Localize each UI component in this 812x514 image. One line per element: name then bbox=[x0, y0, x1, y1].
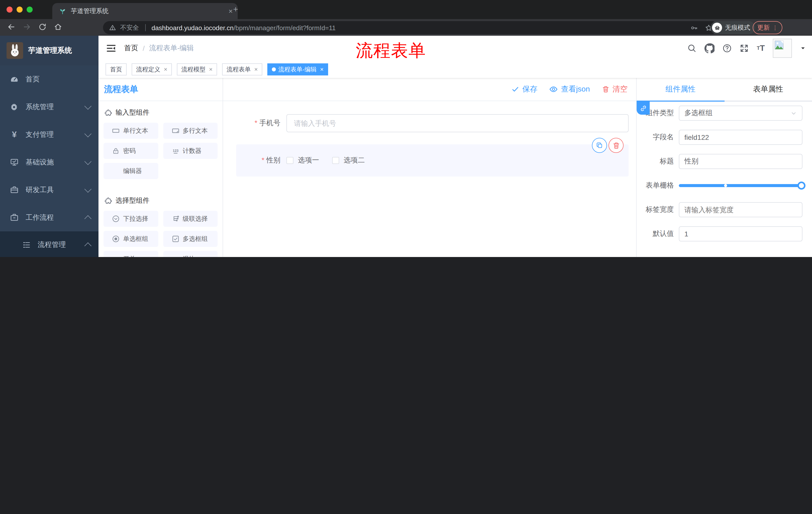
checkbox-label: 选项一 bbox=[298, 156, 319, 165]
checkbox[interactable] bbox=[286, 157, 293, 164]
view-json-button[interactable]: 查看json bbox=[549, 84, 590, 94]
tag-close-icon[interactable]: × bbox=[254, 66, 258, 73]
fullscreen-icon[interactable] bbox=[740, 44, 749, 53]
chevron-down-icon bbox=[790, 110, 797, 116]
tag-close-icon[interactable]: × bbox=[320, 66, 324, 73]
home-icon[interactable] bbox=[54, 23, 62, 31]
sidebar-item[interactable]: 首页 bbox=[0, 65, 98, 93]
palette-item[interactable]: 多行文本 bbox=[163, 123, 218, 139]
palette-item[interactable]: 级联选择 bbox=[163, 211, 218, 227]
browser-tab[interactable]: 芋道管理系统 × bbox=[52, 3, 238, 19]
github-icon[interactable] bbox=[704, 43, 715, 53]
gender-checkbox-2[interactable]: 选项二 bbox=[332, 156, 365, 165]
update-browser-button[interactable]: 更新 ⋮ bbox=[753, 21, 782, 34]
sidebar-item-label: 基础设施 bbox=[26, 158, 85, 167]
palette-item-icon bbox=[112, 235, 120, 243]
tab-close-icon[interactable]: × bbox=[229, 7, 233, 15]
tag-view-tab[interactable]: 流程表单-编辑 × bbox=[267, 63, 328, 76]
title-input[interactable] bbox=[679, 154, 803, 169]
broken-image-icon bbox=[774, 40, 784, 50]
tab-form-props[interactable]: 表单属性 bbox=[724, 78, 812, 101]
canvas-toolbar: 保存 查看json 清空 bbox=[223, 78, 636, 101]
sidebar-item[interactable]: 研发工具 bbox=[0, 176, 98, 204]
back-icon[interactable] bbox=[7, 23, 16, 31]
delete-field-button[interactable] bbox=[609, 138, 624, 153]
copy-field-button[interactable] bbox=[592, 138, 607, 153]
palette-item[interactable]: 编辑器 bbox=[104, 163, 158, 179]
tag-close-icon[interactable]: × bbox=[209, 66, 212, 73]
tag-label: 首页 bbox=[110, 65, 122, 74]
chevron-icon bbox=[84, 130, 91, 137]
palette-item-icon bbox=[172, 255, 179, 257]
component-type-select[interactable]: 多选框组 bbox=[679, 106, 803, 121]
tag-view-tab[interactable]: 流程模型 × bbox=[177, 63, 217, 76]
window-controls[interactable] bbox=[6, 6, 33, 12]
tab-component-props[interactable]: 组件属性 bbox=[637, 78, 724, 101]
sidebar-item[interactable]: 系统管理 bbox=[0, 93, 98, 121]
new-tab-button[interactable]: + bbox=[233, 5, 238, 13]
address-bar[interactable]: 不安全 dashboard.yudao.iocoder.cn/bpm/manag… bbox=[103, 21, 719, 34]
phone-input[interactable] bbox=[286, 114, 629, 132]
sidebar-item-label: 支付管理 bbox=[26, 130, 85, 139]
tag-close-icon[interactable]: × bbox=[164, 66, 167, 73]
gender-checkbox-1[interactable]: 选项一 bbox=[286, 156, 319, 165]
help-icon[interactable] bbox=[723, 44, 732, 53]
incognito-label: 无痕模式 bbox=[725, 23, 750, 32]
sidebar-item-process-management[interactable]: 流程管理 bbox=[0, 231, 98, 257]
hamburger-icon[interactable] bbox=[106, 43, 116, 53]
grid-label: 表单栅格 bbox=[637, 181, 674, 190]
search-icon[interactable] bbox=[687, 44, 696, 53]
checkbox-label: 选项二 bbox=[344, 156, 365, 165]
palette-item-label: 密码 bbox=[123, 146, 136, 155]
palette-item[interactable]: 多选框组 bbox=[163, 231, 218, 247]
update-label: 更新 bbox=[757, 23, 770, 32]
forward-icon[interactable] bbox=[23, 23, 31, 31]
avatar-caret-icon[interactable] bbox=[800, 45, 806, 51]
sidebar-item[interactable]: 基础设施 bbox=[0, 148, 98, 176]
sidebar-item-label: 工作流程 bbox=[26, 213, 85, 222]
checkbox[interactable] bbox=[332, 157, 339, 164]
default-value-input[interactable] bbox=[679, 226, 803, 241]
tag-view-tab[interactable]: 首页 × bbox=[106, 63, 127, 76]
security-label[interactable]: 不安全 bbox=[120, 23, 139, 32]
palette-section-input: 输入型组件 单行文本 多行文本 bbox=[104, 108, 218, 179]
form-grid-slider[interactable] bbox=[679, 178, 802, 193]
close-window-button[interactable] bbox=[6, 6, 12, 12]
tag-view-tab[interactable]: 流程表单 × bbox=[222, 63, 262, 76]
palette-item[interactable]: 123 计数器 bbox=[163, 143, 218, 159]
save-button[interactable]: 保存 bbox=[512, 84, 538, 94]
field-name-input[interactable] bbox=[679, 130, 803, 145]
app-logo[interactable]: 芋道管理系统 bbox=[0, 36, 98, 65]
palette-item-label: 下拉选择 bbox=[123, 215, 148, 223]
divider bbox=[145, 24, 145, 31]
slider-handle[interactable] bbox=[798, 182, 806, 190]
palette-item[interactable]: 密码 bbox=[104, 143, 158, 159]
palette-item[interactable]: 滑块 bbox=[163, 251, 218, 257]
not-secure-icon bbox=[109, 24, 116, 31]
breadcrumb-home[interactable]: 首页 bbox=[124, 44, 138, 53]
reload-icon[interactable] bbox=[38, 23, 47, 31]
palette-item[interactable]: 开关 bbox=[104, 251, 158, 257]
palette-item[interactable]: 单选框组 bbox=[104, 231, 158, 247]
browser-menu-icon[interactable]: ⋮ bbox=[772, 25, 778, 30]
url-text[interactable]: dashboard.yudao.iocoder.cn/bpm/manager/f… bbox=[151, 24, 686, 31]
sidebar-item[interactable]: ¥ 支付管理 bbox=[0, 121, 98, 148]
palette-item[interactable]: 单行文本 bbox=[104, 123, 158, 139]
password-manager-icon[interactable] bbox=[690, 24, 698, 31]
label-width-input[interactable] bbox=[679, 202, 803, 217]
field-phone[interactable]: 手机号 bbox=[236, 114, 629, 132]
avatar[interactable] bbox=[773, 39, 792, 58]
property-tabs: 组件属性 表单属性 bbox=[637, 78, 812, 102]
slider-track[interactable] bbox=[679, 184, 802, 187]
tag-view-tab[interactable]: 流程定义 × bbox=[132, 63, 172, 76]
zoom-window-button[interactable] bbox=[27, 6, 33, 12]
panel-link-handle[interactable] bbox=[637, 102, 650, 115]
sidebar-item-label: 系统管理 bbox=[26, 102, 85, 111]
clear-button[interactable]: 清空 bbox=[602, 84, 628, 94]
sidebar-item[interactable]: 工作流程 bbox=[0, 204, 98, 231]
minimize-window-button[interactable] bbox=[17, 6, 23, 12]
text-size-icon[interactable]: TT bbox=[757, 45, 765, 52]
palette-item[interactable]: 下拉选择 bbox=[104, 211, 158, 227]
field-gender-selected[interactable]: 性别 选项一 选项二 bbox=[236, 144, 629, 177]
process-management-icon bbox=[22, 240, 31, 249]
